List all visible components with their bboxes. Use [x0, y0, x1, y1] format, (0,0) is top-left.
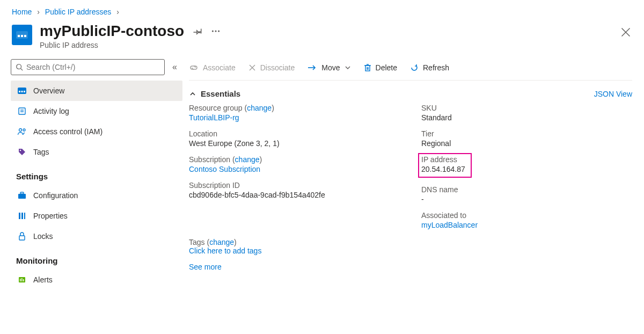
sidebar-item-label: Tags [33, 148, 49, 156]
associate-button: Associate [189, 63, 236, 72]
search-icon [16, 63, 23, 71]
svg-rect-34 [365, 66, 370, 71]
sidebar-item-tags[interactable]: Tags [11, 142, 182, 162]
label-ip-address: IP address [421, 155, 465, 164]
delete-button[interactable]: Delete [364, 63, 397, 72]
chevron-right-icon: › [116, 8, 119, 16]
search-input-wrapper[interactable] [11, 59, 165, 75]
sidebar-section-settings: Settings [11, 162, 182, 185]
chevron-right-icon: › [37, 8, 40, 16]
value-subscription-id: cbd906de-bfc5-4daa-9cad-f9b154a402fe [189, 191, 400, 199]
svg-rect-26 [19, 236, 25, 240]
value-location: West Europe (Zone 3, 2, 1) [189, 139, 400, 148]
svg-rect-28 [20, 279, 21, 281]
sidebar-item-label: Activity log [33, 107, 69, 115]
page-subtitle: Public IP address [40, 41, 221, 49]
label-subscription: Subscription (change) [189, 155, 400, 164]
label-tier: Tier [421, 129, 632, 138]
label-subscription-id: Subscription ID [189, 181, 400, 190]
breadcrumb-home[interactable]: Home [12, 8, 32, 16]
essentials-toggle[interactable]: Essentials [189, 89, 240, 98]
essentials-grid: Resource group (change) TutorialLBIP-rg … [189, 104, 632, 237]
label-resource-group: Resource group (change) [189, 104, 400, 112]
sidebar-item-alerts[interactable]: Alerts [11, 270, 182, 290]
see-more-link[interactable]: See more [189, 263, 222, 271]
svg-rect-29 [21, 278, 23, 281]
svg-point-19 [23, 129, 25, 131]
sidebar-item-configuration[interactable]: Configuration [11, 185, 182, 206]
svg-rect-24 [21, 213, 23, 219]
sidebar-item-label: Locks [33, 232, 53, 241]
page-header: myPublicIP-contoso Public IP address [0, 19, 644, 59]
refresh-button[interactable]: Refresh [410, 63, 449, 72]
alerts-icon [17, 275, 27, 285]
trash-icon [364, 63, 371, 72]
label-associated-to: Associated to [421, 211, 632, 220]
sidebar-item-label: Properties [33, 212, 68, 220]
toolbar: Associate Dissociate Move Delete Refresh [189, 59, 632, 81]
add-tags-link[interactable]: Click here to add tags [189, 246, 261, 255]
activity-log-icon [17, 106, 27, 116]
public-ip-icon [17, 86, 27, 96]
public-ip-icon [12, 25, 32, 45]
more-icon[interactable] [211, 26, 221, 36]
lock-icon [17, 231, 27, 241]
svg-rect-3 [24, 35, 26, 37]
sidebar: « Overview Activity log Access control (… [0, 59, 182, 290]
sidebar-item-iam[interactable]: Access control (IAM) [11, 121, 182, 142]
change-resource-group-link[interactable]: change [247, 104, 272, 112]
value-subscription[interactable]: Contoso Subscription [189, 165, 260, 173]
sidebar-item-activity-log[interactable]: Activity log [11, 101, 182, 121]
sidebar-item-properties[interactable]: Properties [11, 206, 182, 226]
move-button[interactable]: Move [308, 63, 350, 72]
svg-rect-14 [24, 91, 25, 92]
search-input[interactable] [26, 63, 160, 71]
sidebar-item-overview[interactable]: Overview [11, 81, 182, 101]
tag-icon [17, 147, 27, 157]
label-tags: Tags (change) [189, 238, 237, 246]
value-associated-to[interactable]: myLoadBalancer [421, 221, 478, 229]
svg-point-5 [215, 30, 217, 32]
change-subscription-link[interactable]: change [235, 155, 260, 164]
value-ip-address: 20.54.164.87 [421, 165, 465, 173]
sidebar-item-label: Access control (IAM) [33, 127, 103, 136]
refresh-icon [410, 63, 419, 72]
svg-rect-30 [23, 279, 24, 281]
value-dns-name: - [421, 195, 632, 204]
pin-icon[interactable] [193, 26, 202, 36]
people-icon [17, 127, 27, 136]
label-sku: SKU [421, 104, 632, 112]
svg-point-9 [17, 64, 21, 69]
svg-rect-23 [19, 213, 20, 219]
collapse-sidebar-icon[interactable]: « [172, 62, 177, 72]
svg-rect-1 [18, 35, 20, 37]
x-icon [248, 64, 256, 71]
svg-rect-25 [24, 213, 25, 219]
ip-address-highlight: IP address 20.54.164.87 [418, 153, 472, 178]
value-tier: Regional [421, 139, 632, 148]
sidebar-item-locks[interactable]: Locks [11, 226, 182, 246]
label-location: Location [189, 129, 400, 138]
chevron-up-icon [189, 89, 196, 98]
svg-point-6 [218, 30, 219, 32]
breadcrumb-parent[interactable]: Public IP addresses [45, 8, 111, 16]
svg-rect-22 [20, 192, 24, 194]
sidebar-item-label: Overview [33, 86, 64, 95]
close-icon[interactable] [620, 27, 631, 39]
arrow-right-icon [308, 64, 317, 71]
value-sku: Standard [421, 113, 632, 122]
svg-point-18 [19, 129, 22, 132]
svg-rect-15 [19, 108, 25, 114]
svg-rect-13 [21, 91, 23, 92]
sidebar-item-label: Alerts [33, 275, 53, 284]
svg-point-4 [212, 30, 214, 32]
sidebar-item-label: Configuration [33, 191, 78, 200]
dissociate-button: Dissociate [248, 63, 295, 72]
svg-line-10 [21, 69, 23, 71]
value-resource-group[interactable]: TutorialLBIP-rg [189, 113, 239, 122]
properties-icon [17, 211, 27, 221]
main-content: Associate Dissociate Move Delete Refresh [182, 59, 644, 290]
svg-rect-12 [19, 91, 20, 92]
change-tags-link[interactable]: change [209, 238, 234, 246]
json-view-link[interactable]: JSON View [594, 90, 632, 98]
